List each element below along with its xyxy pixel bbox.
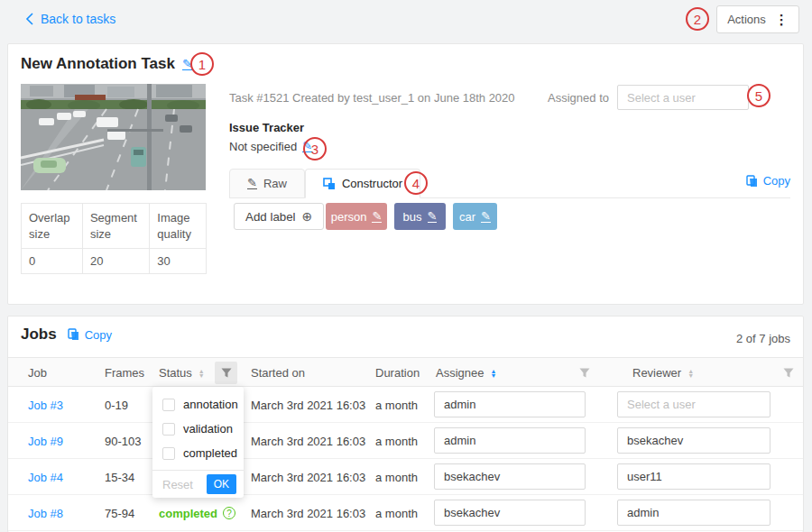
col-started-on: Started on bbox=[251, 358, 305, 388]
job-started: March 3rd 2021 16:03 bbox=[251, 387, 365, 423]
chevron-left-icon bbox=[25, 13, 33, 25]
filter-option-validation-label: validation bbox=[183, 422, 233, 436]
issue-tracker-value: Not specified bbox=[229, 140, 297, 153]
task-title-row: New Annotation Task ✎ bbox=[21, 55, 192, 73]
job-frames: 0-19 bbox=[105, 387, 128, 423]
job-duration: a month bbox=[375, 459, 418, 495]
filter-reset-button[interactable]: Reset bbox=[162, 478, 193, 491]
annotation-marker-1: 1 bbox=[190, 52, 214, 76]
question-circle-icon[interactable]: ? bbox=[223, 507, 235, 519]
job-started: March 3rd 2021 16:03 bbox=[251, 423, 365, 459]
filter-option-completed[interactable]: completed bbox=[152, 441, 244, 465]
jobs-count: 2 of 7 jobs bbox=[736, 332, 790, 345]
labels-tabs-bar: ✎ Raw Constructor bbox=[229, 169, 790, 198]
job-frames: 15-34 bbox=[105, 459, 134, 495]
checkbox-validation[interactable] bbox=[162, 423, 175, 436]
param-header-overlap: Overlap size bbox=[22, 204, 83, 249]
status-sorter-icon[interactable]: ▲▼ bbox=[198, 369, 205, 378]
job-duration: a month bbox=[375, 495, 418, 531]
job-assignee-input[interactable] bbox=[434, 427, 586, 454]
status-filter-dropdown: annotation validation completed Reset OK bbox=[152, 387, 244, 498]
tab-raw[interactable]: ✎ Raw bbox=[229, 169, 305, 198]
label-chip-car[interactable]: car ✎ bbox=[453, 203, 497, 230]
task-parameters-table: Overlap size Segment size Image quality … bbox=[21, 203, 207, 274]
col-assignee[interactable]: Assignee ▲▼ bbox=[436, 358, 496, 388]
param-value-overlap: 0 bbox=[22, 249, 83, 274]
job-started: March 3rd 2021 16:03 bbox=[251, 459, 365, 495]
job-frames: 75-94 bbox=[105, 495, 134, 531]
filter-option-validation[interactable]: validation bbox=[152, 417, 244, 441]
funnel-icon bbox=[221, 368, 232, 378]
plus-circle-icon: ⊕ bbox=[302, 209, 313, 224]
param-value-quality: 30 bbox=[150, 249, 207, 274]
job-assignee-input[interactable] bbox=[434, 391, 586, 417]
tab-constructor-label: Constructor bbox=[342, 177, 402, 190]
edit-label-person-icon[interactable]: ✎ bbox=[372, 211, 382, 223]
col-reviewer[interactable]: Reviewer ▲▼ bbox=[632, 358, 694, 388]
task-title: New Annotation Task bbox=[21, 55, 175, 73]
jobs-card: Jobs Copy 2 of 7 jobs Job Frames Status … bbox=[7, 316, 804, 532]
copy-icon bbox=[68, 328, 79, 341]
job-link[interactable]: Job #8 bbox=[28, 495, 63, 531]
tab-raw-label: Raw bbox=[263, 177, 287, 190]
job-status-text: completed bbox=[159, 507, 217, 520]
job-assignee-input[interactable] bbox=[434, 500, 586, 526]
filter-ok-button[interactable]: OK bbox=[207, 474, 236, 494]
jobs-table-header: Job Frames Status ▲▼ Started on Duration bbox=[8, 357, 803, 387]
job-assignee-input[interactable] bbox=[434, 463, 586, 490]
job-link[interactable]: Job #3 bbox=[28, 387, 63, 423]
edit-label-bus-icon[interactable]: ✎ bbox=[428, 211, 438, 223]
constructor-block-icon bbox=[323, 178, 336, 190]
annotation-marker-4: 4 bbox=[404, 171, 428, 195]
filter-option-completed-label: completed bbox=[183, 446, 237, 460]
back-to-tasks-label: Back to tasks bbox=[41, 12, 115, 26]
assignee-filter-icon[interactable] bbox=[573, 362, 595, 384]
filter-footer: Reset OK bbox=[152, 470, 244, 498]
edit-label-car-icon[interactable]: ✎ bbox=[481, 211, 491, 223]
filter-option-annotation[interactable]: annotation bbox=[152, 392, 244, 417]
job-link[interactable]: Job #9 bbox=[28, 423, 63, 459]
param-header-segment: Segment size bbox=[82, 204, 149, 249]
job-started: March 3rd 2021 16:03 bbox=[251, 495, 365, 531]
label-chip-person[interactable]: person ✎ bbox=[326, 203, 387, 230]
labels-copy-label: Copy bbox=[763, 174, 790, 188]
job-reviewer-input[interactable] bbox=[617, 391, 770, 417]
col-frames: Frames bbox=[105, 358, 144, 388]
add-label-button[interactable]: Add label ⊕ bbox=[234, 203, 324, 230]
col-status[interactable]: Status ▲▼ bbox=[159, 358, 205, 388]
jobs-title: Jobs bbox=[21, 326, 57, 344]
status-filter-icon[interactable] bbox=[215, 362, 237, 384]
kebab-menu-icon: ⋮ bbox=[775, 12, 789, 28]
job-row-3: Job #3 0-19 March 3rd 2021 16:03 a month bbox=[8, 387, 803, 423]
col-job: Job bbox=[28, 358, 47, 388]
add-label-text: Add label bbox=[245, 210, 296, 224]
tab-constructor[interactable]: Constructor bbox=[305, 169, 420, 198]
task-assignee-input[interactable] bbox=[617, 85, 749, 110]
job-reviewer-input[interactable] bbox=[617, 463, 770, 490]
checkbox-completed[interactable] bbox=[162, 447, 175, 460]
job-row-8: Job #8 75-94 completed ? March 3rd 2021 … bbox=[8, 495, 803, 531]
job-reviewer-input[interactable] bbox=[617, 427, 770, 454]
back-to-tasks-link[interactable]: Back to tasks bbox=[25, 12, 115, 26]
job-link[interactable]: Job #4 bbox=[28, 459, 63, 495]
issue-tracker-label: Issue Tracker bbox=[229, 121, 304, 134]
actions-button[interactable]: Actions ⋮ bbox=[716, 5, 799, 33]
reviewer-filter-icon[interactable] bbox=[777, 362, 799, 384]
job-row-9: Job #9 90-103 March 3rd 2021 16:03 a mon… bbox=[8, 423, 803, 459]
funnel-icon bbox=[579, 368, 590, 378]
annotation-marker-3: 3 bbox=[303, 137, 327, 161]
col-duration: Duration bbox=[375, 358, 420, 388]
job-duration: a month bbox=[375, 387, 418, 423]
checkbox-annotation[interactable] bbox=[162, 399, 175, 411]
param-header-quality: Image quality bbox=[150, 204, 207, 249]
assigned-to-label: Assigned to bbox=[513, 91, 609, 105]
task-meta-text: Task #1521 Created by test_user_1 on Jun… bbox=[229, 91, 515, 105]
jobs-copy-button[interactable]: Copy bbox=[68, 328, 112, 342]
assignee-sorter-icon[interactable]: ▲▼ bbox=[490, 369, 496, 378]
label-chip-bus[interactable]: bus ✎ bbox=[394, 203, 446, 230]
reviewer-sorter-icon[interactable]: ▲▼ bbox=[687, 369, 694, 378]
labels-copy-button[interactable]: Copy bbox=[746, 174, 790, 188]
label-chip-car-name: car bbox=[459, 210, 475, 224]
job-duration: a month bbox=[375, 423, 418, 459]
job-reviewer-input[interactable] bbox=[617, 500, 770, 526]
